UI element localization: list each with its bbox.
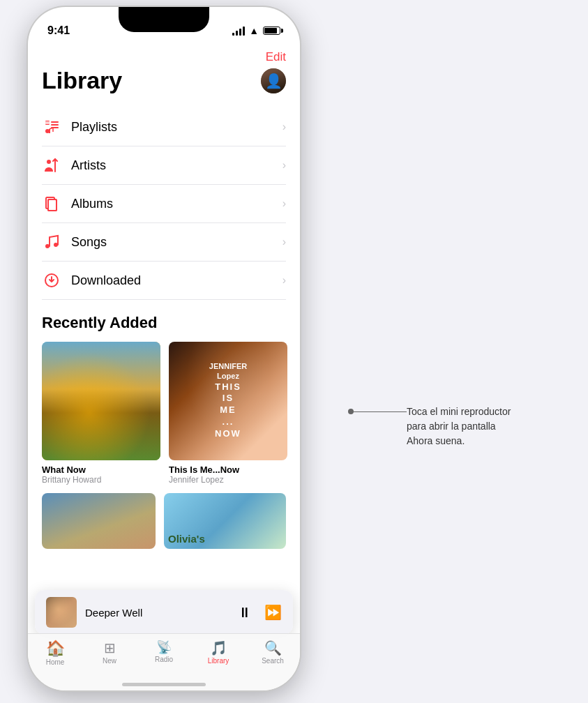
albums-chevron: › <box>282 197 286 210</box>
annotation: Toca el mini reproductorpara abrir la pa… <box>407 405 567 448</box>
album-cover-1: JENNIFERLopezTHISISME...NOW <box>169 342 287 460</box>
artists-icon <box>42 156 61 175</box>
artists-label: Artists <box>71 158 282 173</box>
playlists-chevron: › <box>282 121 286 133</box>
menu-item-playlists[interactable]: Playlists › <box>42 108 286 146</box>
tab-search[interactable]: 🔍 Search <box>246 641 300 665</box>
wifi-icon: ▲ <box>249 25 259 36</box>
svg-point-12 <box>45 244 50 248</box>
phone-frame: 9:41 ▲ Edit Library <box>28 7 300 690</box>
menu-item-albums[interactable]: Albums › <box>42 185 286 223</box>
tab-new[interactable]: ⊞ New <box>82 641 137 665</box>
downloaded-chevron: › <box>282 274 286 287</box>
avatar[interactable] <box>261 68 286 93</box>
tab-new-label: New <box>103 657 116 665</box>
annotation-dot <box>348 409 354 414</box>
songs-chevron: › <box>282 236 286 248</box>
pause-button[interactable]: ⏸ <box>238 605 252 621</box>
recently-added-title: Recently Added <box>42 314 286 332</box>
avatar-image <box>261 68 286 93</box>
svg-point-7 <box>47 160 51 164</box>
album-name-0: What Now <box>42 464 160 475</box>
tab-library[interactable]: 🎵 Library <box>191 641 246 665</box>
content-area: Edit Library <box>28 45 300 549</box>
menu-item-downloaded[interactable]: Downloaded › <box>42 262 286 300</box>
edit-button[interactable]: Edit <box>266 50 286 64</box>
tab-home-label: Home <box>46 658 65 666</box>
signal-icon <box>232 26 245 36</box>
svg-point-13 <box>54 243 58 247</box>
library-icon: 🎵 <box>210 641 227 655</box>
library-menu: Playlists › Artists › <box>42 108 286 300</box>
skip-forward-button[interactable]: ⏩ <box>264 604 282 621</box>
status-bar: 9:41 ▲ <box>28 7 300 45</box>
album-artist-1: Jennifer Lopez <box>169 475 287 485</box>
new-icon: ⊞ <box>104 641 116 655</box>
annotation-text: Toca el mini reproductorpara abrir la pa… <box>407 405 567 448</box>
page-header: Library <box>42 67 286 94</box>
annotation-line <box>351 411 407 412</box>
album-partial-1[interactable]: Olivia's <box>164 493 286 549</box>
album-cover-0 <box>42 342 160 460</box>
albums-icon <box>42 194 61 213</box>
header-row: Edit <box>42 45 286 67</box>
album-item-1[interactable]: JENNIFERLopezTHISISME...NOW This Is Me..… <box>169 342 287 485</box>
svg-rect-0 <box>45 121 50 125</box>
albums-row2: Olivia's <box>42 493 286 549</box>
mini-player[interactable]: Deeper Well ⏸ ⏩ <box>35 590 293 635</box>
albums-label: Albums <box>71 197 282 211</box>
tab-bar: 🏠 Home ⊞ New 📡 Radio 🎵 Library 🔍 Search <box>28 633 300 690</box>
album-cover-text: JENNIFERLopezTHISISME...NOW <box>209 361 247 440</box>
tab-library-label: Library <box>208 657 229 665</box>
tab-radio[interactable]: 📡 Radio <box>137 641 191 663</box>
page-title: Library <box>42 67 122 94</box>
radio-icon: 📡 <box>156 641 172 653</box>
menu-item-artists[interactable]: Artists › <box>42 146 286 185</box>
downloaded-label: Downloaded <box>71 273 282 288</box>
mini-player-title: Deeper Well <box>85 607 229 619</box>
battery-icon <box>263 27 280 35</box>
album-artist-0: Brittany Howard <box>42 475 160 485</box>
search-tab-icon: 🔍 <box>264 641 282 655</box>
status-icons: ▲ <box>232 25 280 36</box>
tab-search-label: Search <box>262 657 284 665</box>
playlists-icon <box>42 117 61 137</box>
home-indicator <box>122 683 206 686</box>
mini-player-controls: ⏸ ⏩ <box>238 604 282 621</box>
album-partial-0[interactable] <box>42 493 156 549</box>
menu-item-songs[interactable]: Songs › <box>42 223 286 262</box>
tab-home[interactable]: 🏠 Home <box>28 641 82 666</box>
songs-icon <box>42 232 61 252</box>
album-item-0[interactable]: What Now Brittany Howard <box>42 342 160 485</box>
albums-grid: What Now Brittany Howard JENNIFERLopezTH… <box>42 342 286 485</box>
svg-rect-10 <box>48 199 56 211</box>
songs-label: Songs <box>71 235 282 250</box>
album-name-1: This Is Me...Now <box>169 464 287 475</box>
mini-player-thumbnail <box>46 597 77 628</box>
playlists-label: Playlists <box>71 120 282 135</box>
downloaded-icon <box>42 271 61 290</box>
artists-chevron: › <box>282 159 286 172</box>
tab-radio-label: Radio <box>155 656 173 663</box>
home-icon: 🏠 <box>46 641 65 656</box>
album-partial-label-1: Olivia's <box>168 533 205 545</box>
status-time: 9:41 <box>47 24 70 37</box>
